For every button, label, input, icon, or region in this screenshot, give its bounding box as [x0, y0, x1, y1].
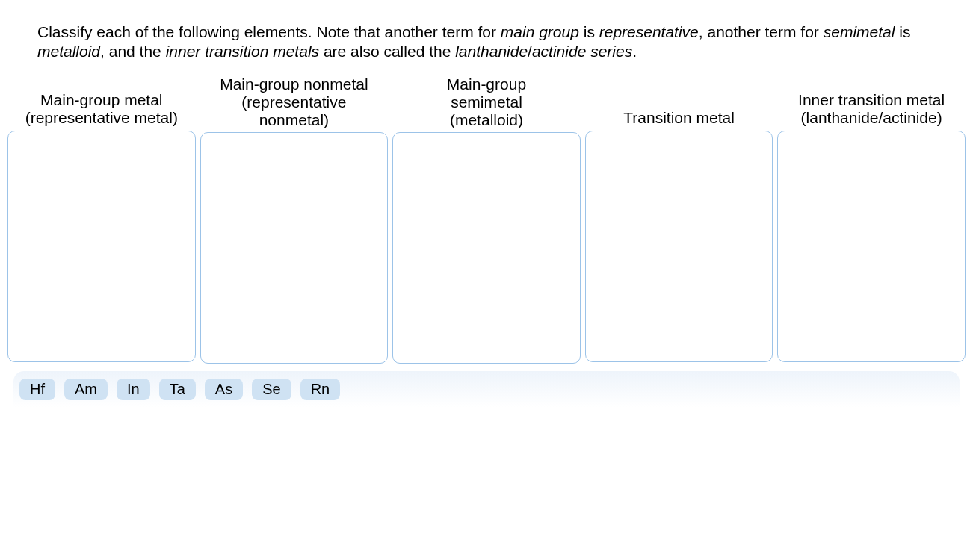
prompt-italic: lanthanide: [455, 43, 528, 60]
prompt-italic: actinide series: [532, 43, 632, 60]
prompt-text: , and the: [100, 43, 166, 60]
dropzone-semimetal[interactable]: [392, 132, 581, 364]
header-line: (representative metal): [25, 109, 178, 126]
dropzone-main-group-metal[interactable]: [7, 131, 196, 362]
header-line: (lanthanide/actinide): [801, 109, 942, 126]
prompt-text: are also called the: [319, 43, 455, 60]
element-chip[interactable]: Rn: [300, 379, 341, 400]
element-chip[interactable]: Se: [252, 379, 291, 400]
category-column: Inner transition metal (lanthanide/actin…: [777, 75, 966, 364]
header-line: (representative: [241, 93, 346, 111]
column-header: Inner transition metal (lanthanide/actin…: [798, 75, 945, 131]
prompt-text: is: [579, 23, 599, 40]
column-header: Main-group nonmetal (representative nonm…: [220, 75, 368, 132]
prompt-italic: main group: [501, 23, 579, 40]
exercise-container: Classify each of the following elements.…: [0, 0, 973, 423]
element-chip[interactable]: As: [205, 379, 243, 400]
drop-columns: Main-group metal (representative metal) …: [7, 75, 966, 364]
prompt-text: is: [895, 23, 910, 40]
column-header: Main-group semimetal (metalloid): [447, 75, 526, 132]
answer-bank: Hf Am In Ta As Se Rn: [13, 371, 960, 423]
prompt-text: Classify each of the following elements.…: [37, 23, 501, 40]
element-chip[interactable]: Ta: [159, 379, 196, 400]
header-line: Main-group nonmetal: [220, 75, 368, 93]
prompt-italic: semimetal: [824, 23, 895, 40]
element-chip[interactable]: In: [117, 379, 150, 400]
category-column: Transition metal: [585, 75, 773, 364]
column-header: Transition metal: [623, 75, 735, 131]
dropzone-main-group-nonmetal[interactable]: [200, 132, 389, 364]
prompt-text: .: [632, 43, 637, 60]
prompt-text: , another term for: [699, 23, 824, 40]
dropzone-inner-transition-metal[interactable]: [777, 131, 966, 362]
header-line: (metalloid): [450, 111, 523, 128]
category-column: Main-group nonmetal (representative nonm…: [200, 75, 389, 364]
category-column: Main-group semimetal (metalloid): [392, 75, 581, 364]
prompt-italic: inner transition metals: [166, 43, 319, 60]
element-chip[interactable]: Hf: [19, 379, 55, 400]
category-column: Main-group metal (representative metal): [7, 75, 196, 364]
header-line: Main-group metal: [40, 91, 162, 108]
header-line: Transition metal: [623, 109, 735, 126]
header-line: Main-group: [447, 75, 526, 93]
element-chip[interactable]: Am: [64, 379, 108, 400]
header-line: semimetal: [451, 93, 522, 111]
question-prompt: Classify each of the following elements.…: [7, 22, 966, 75]
prompt-italic: representative: [599, 23, 699, 40]
dropzone-transition-metal[interactable]: [585, 131, 773, 362]
header-line: Inner transition metal: [798, 91, 945, 108]
prompt-italic: metalloid: [37, 43, 100, 60]
column-header: Main-group metal (representative metal): [25, 75, 178, 131]
header-line: nonmetal): [259, 111, 329, 128]
